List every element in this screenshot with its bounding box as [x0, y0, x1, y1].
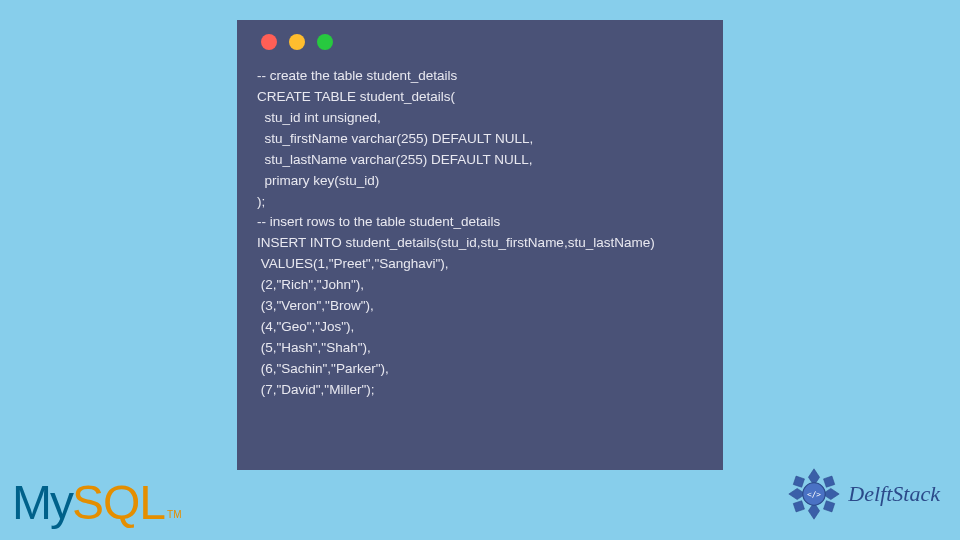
code-window: -- create the table student_details CREA…	[237, 20, 723, 470]
svg-marker-6	[794, 501, 805, 512]
code-block: -- create the table student_details CREA…	[257, 66, 703, 401]
mysql-sql-text: SQL	[72, 475, 165, 530]
delftstack-logo: </> DelftStack	[786, 466, 940, 522]
mysql-my-text: My	[12, 475, 72, 530]
svg-marker-5	[824, 476, 835, 487]
maximize-icon	[317, 34, 333, 50]
mysql-logo: My SQL TM	[12, 475, 181, 530]
svg-text:</>: </>	[807, 490, 821, 499]
svg-marker-4	[794, 476, 805, 487]
close-icon	[261, 34, 277, 50]
minimize-icon	[289, 34, 305, 50]
mysql-tm-text: TM	[167, 509, 181, 520]
delftstack-icon: </>	[786, 466, 842, 522]
delftstack-text: DelftStack	[848, 481, 940, 507]
traffic-lights	[257, 34, 703, 50]
svg-marker-7	[824, 501, 835, 512]
